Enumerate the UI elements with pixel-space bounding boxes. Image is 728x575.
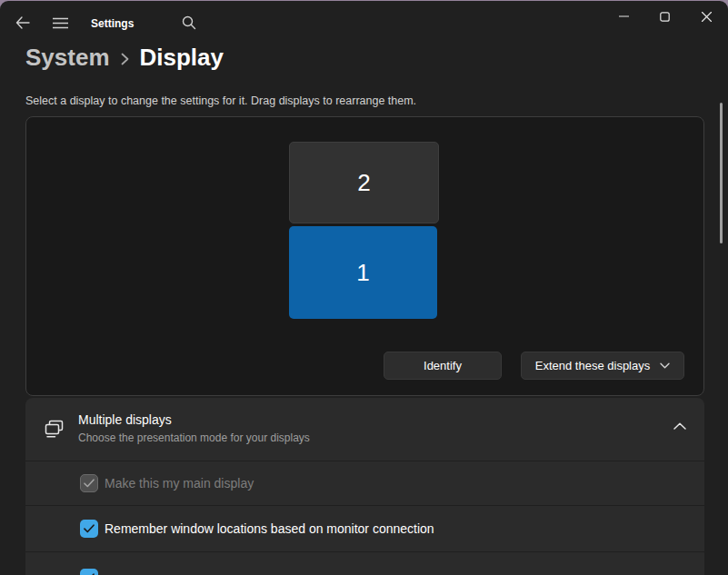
app-title: Settings xyxy=(91,17,134,30)
identify-button[interactable]: Identify xyxy=(384,352,502,380)
breadcrumb-system[interactable]: System xyxy=(25,44,110,72)
minimize-icon xyxy=(619,15,629,17)
remember-locations-label: Remember window locations based on monit… xyxy=(105,521,434,536)
minimize-windows-checkbox[interactable] xyxy=(80,569,98,575)
main-display-label: Make this my main display xyxy=(105,476,254,491)
monitor-2[interactable]: 2 xyxy=(289,142,439,223)
identify-button-label: Identify xyxy=(424,359,462,372)
multiple-displays-card: Multiple displays Choose the presentatio… xyxy=(25,398,704,575)
maximize-button[interactable] xyxy=(643,1,685,32)
display-mode-label: Extend these displays xyxy=(535,359,650,372)
search-button[interactable] xyxy=(175,9,203,36)
breadcrumb: System Display xyxy=(25,44,224,72)
multiple-displays-title: Multiple displays xyxy=(78,412,172,427)
multiple-displays-subtitle: Choose the presentation mode for your di… xyxy=(78,431,310,444)
minimize-button[interactable] xyxy=(603,1,644,32)
option-row-minimize-windows[interactable]: Minimize windows when a monitor is disco… xyxy=(25,552,704,575)
close-button[interactable] xyxy=(685,1,727,32)
back-button[interactable] xyxy=(9,9,36,36)
chevron-down-icon xyxy=(660,362,670,369)
checkmark-icon xyxy=(84,479,95,488)
display-mode-dropdown[interactable]: Extend these displays xyxy=(521,352,684,380)
remember-locations-checkbox[interactable] xyxy=(80,520,98,538)
navigation-menu-button[interactable] xyxy=(46,9,74,36)
close-icon xyxy=(702,12,712,22)
monitor-1-selected[interactable]: 1 xyxy=(289,226,437,319)
chevron-up-icon[interactable] xyxy=(673,422,686,430)
desktop-background: Settings xyxy=(0,0,728,575)
search-icon xyxy=(182,15,196,30)
option-row-main-display: Make this my main display xyxy=(25,461,704,506)
scrollbar-thumb[interactable] xyxy=(720,103,723,243)
monitor-2-number: 2 xyxy=(357,169,370,197)
hamburger-icon xyxy=(53,17,68,29)
settings-window: Settings xyxy=(0,1,728,575)
multiple-displays-header[interactable]: Multiple displays Choose the presentatio… xyxy=(25,398,704,461)
main-display-checkbox xyxy=(80,474,98,492)
chevron-right-icon xyxy=(121,53,129,65)
multiple-monitors-icon xyxy=(43,418,65,439)
titlebar: Settings xyxy=(0,1,728,41)
monitor-1-number: 1 xyxy=(356,259,369,287)
page-description: Select a display to change the settings … xyxy=(25,94,416,107)
back-arrow-icon xyxy=(15,16,30,29)
display-arrangement-panel: 2 1 Identify Extend these displays xyxy=(25,116,704,396)
page-title: Display xyxy=(140,44,224,72)
option-row-remember-locations[interactable]: Remember window locations based on monit… xyxy=(25,506,704,552)
maximize-icon xyxy=(660,12,670,22)
checkmark-icon xyxy=(84,524,95,533)
